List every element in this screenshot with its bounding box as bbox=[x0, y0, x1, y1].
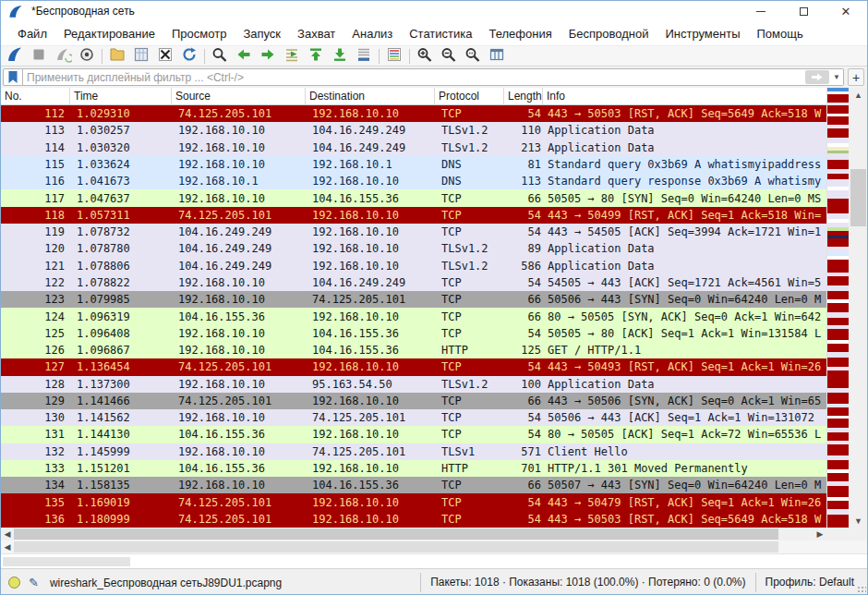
packet-time: 1.078780 bbox=[70, 242, 172, 255]
menu-edit[interactable]: Редактирование bbox=[55, 24, 163, 43]
go-to-packet-button[interactable] bbox=[280, 46, 304, 66]
packet-row-134[interactable]: 1341.158135192.168.10.10104.16.155.36TCP… bbox=[1, 477, 826, 493]
filter-bookmark-button[interactable] bbox=[3, 68, 23, 86]
horizontal-scrollbar[interactable]: ◀ ▶ bbox=[1, 528, 826, 540]
menu-capture[interactable]: Захват bbox=[289, 24, 344, 43]
toolbar-separator bbox=[409, 49, 410, 64]
packet-row-121[interactable]: 1211.078806104.16.249.249192.168.10.10TL… bbox=[1, 258, 826, 274]
scroll-left-arrow[interactable]: ◀ bbox=[1, 529, 14, 539]
display-filter-input[interactable] bbox=[23, 71, 805, 84]
packet-row-131[interactable]: 1311.144130104.16.155.36192.168.10.10TCP… bbox=[1, 426, 826, 443]
go-bottom-button[interactable] bbox=[328, 46, 352, 66]
packet-row-135[interactable]: 1351.16901974.125.205.101192.168.10.10TC… bbox=[1, 493, 826, 510]
packet-row-118[interactable]: 1181.05731174.125.205.101192.168.10.10TC… bbox=[1, 207, 826, 224]
packet-row-115[interactable]: 1151.033624192.168.10.10192.168.10.1DNS8… bbox=[1, 156, 826, 173]
menu-go[interactable]: Запуск bbox=[235, 24, 289, 43]
packet-destination: 104.16.155.36 bbox=[306, 344, 435, 357]
column-header-no[interactable]: No. bbox=[1, 88, 70, 104]
column-header-destination[interactable]: Destination bbox=[306, 88, 435, 104]
minimap-stripe bbox=[827, 432, 849, 441]
packet-row-113[interactable]: 1131.030257192.168.10.10104.16.249.249TL… bbox=[1, 122, 826, 139]
secondary-horizontal-scrollbar[interactable]: ◀ bbox=[1, 540, 867, 553]
menu-analyze[interactable]: Анализ bbox=[344, 24, 401, 43]
menu-file[interactable]: Файл bbox=[9, 24, 55, 43]
packet-row-125[interactable]: 1251.096408192.168.10.10104.16.155.36TCP… bbox=[1, 325, 826, 342]
reload-file-button[interactable] bbox=[177, 46, 201, 66]
profile-selector[interactable]: Профиль: Default bbox=[755, 573, 868, 591]
packet-minimap[interactable] bbox=[826, 88, 849, 528]
packet-row-129[interactable]: 1291.14146674.125.205.101192.168.10.10TC… bbox=[1, 393, 826, 409]
scroll-left-arrow-2[interactable]: ◀ bbox=[1, 542, 14, 552]
packet-row-127[interactable]: 1271.13645474.125.205.101192.168.10.10TC… bbox=[1, 358, 826, 375]
vertical-scrollbar-thumb[interactable] bbox=[850, 169, 866, 226]
filter-history-dropdown[interactable]: ▼ bbox=[830, 73, 843, 81]
save-file-button[interactable] bbox=[129, 46, 153, 66]
column-header-info[interactable]: Info bbox=[543, 88, 826, 104]
packet-row-126[interactable]: 1261.096867192.168.10.10104.16.155.36HTT… bbox=[1, 342, 826, 358]
packet-info: Application Data bbox=[543, 242, 826, 255]
menu-help[interactable]: Помощь bbox=[749, 24, 812, 43]
open-file-button[interactable] bbox=[105, 46, 129, 66]
colorize-button[interactable] bbox=[382, 46, 406, 66]
expert-info-icon[interactable] bbox=[8, 577, 20, 589]
menu-telephony[interactable]: Телефония bbox=[480, 24, 560, 43]
menu-tools[interactable]: Инструменты bbox=[657, 24, 748, 43]
minimap-stripe bbox=[827, 303, 849, 312]
secondary-scrollbar-thumb[interactable] bbox=[14, 541, 778, 552]
stop-capture-button[interactable] bbox=[27, 46, 51, 66]
close-button[interactable]: ✕ bbox=[825, 1, 867, 21]
menu-wireless[interactable]: Беспроводной bbox=[561, 24, 657, 43]
zoom-out-button[interactable] bbox=[437, 46, 461, 66]
restart-capture-button[interactable] bbox=[51, 46, 75, 66]
resize-grip[interactable] bbox=[857, 586, 866, 595]
minimap-stripe bbox=[827, 370, 849, 379]
scroll-right-arrow[interactable]: ▶ bbox=[814, 529, 826, 539]
maximize-button[interactable] bbox=[782, 1, 825, 21]
packet-protocol: TLSv1 bbox=[435, 445, 504, 458]
packet-row-116[interactable]: 1161.041673192.168.10.1192.168.10.10DNS1… bbox=[1, 173, 826, 189]
close-file-button[interactable] bbox=[153, 46, 177, 66]
horizontal-scrollbar-thumb[interactable] bbox=[14, 528, 778, 540]
packet-row-124[interactable]: 1241.096319104.16.155.36192.168.10.10TCP… bbox=[1, 308, 826, 324]
packet-row-136[interactable]: 1361.18099974.125.205.101192.168.10.10TC… bbox=[1, 511, 826, 528]
scroll-down-arrow[interactable]: ▼ bbox=[849, 514, 868, 528]
packet-row-112[interactable]: 1121.02931074.125.205.101192.168.10.10TC… bbox=[1, 105, 826, 122]
packet-row-128[interactable]: 1281.137300192.168.10.1095.163.54.50TLSv… bbox=[1, 376, 826, 393]
go-top-button[interactable] bbox=[304, 46, 328, 66]
vertical-scrollbar[interactable]: ▲ ▼ bbox=[849, 88, 868, 528]
packet-row-117[interactable]: 1171.047637192.168.10.10104.16.155.36TCP… bbox=[1, 189, 826, 206]
packet-no: 130 bbox=[1, 411, 70, 424]
auto-scroll-button[interactable] bbox=[352, 46, 376, 66]
capture-options-button[interactable] bbox=[75, 46, 99, 66]
apply-filter-button[interactable] bbox=[805, 70, 829, 84]
packet-protocol: TCP bbox=[435, 293, 504, 306]
zoom-in-button[interactable] bbox=[413, 46, 437, 66]
menu-view[interactable]: Просмотр bbox=[163, 24, 235, 43]
resize-columns-button[interactable] bbox=[485, 46, 509, 66]
packet-row-130[interactable]: 1301.141562192.168.10.1074.125.205.101TC… bbox=[1, 409, 826, 426]
capture-comment-icon[interactable]: ✎ bbox=[29, 576, 39, 589]
minimize-button[interactable] bbox=[740, 1, 782, 21]
go-forward-button[interactable] bbox=[256, 46, 280, 66]
packet-row-114[interactable]: 1141.030320192.168.10.10104.16.249.249TL… bbox=[1, 140, 826, 156]
scroll-up-arrow[interactable]: ▲ bbox=[849, 88, 868, 102]
packet-row-132[interactable]: 1321.145999192.168.10.1074.125.205.101TL… bbox=[1, 443, 826, 460]
column-header-protocol[interactable]: Protocol bbox=[435, 88, 504, 104]
start-capture-button[interactable] bbox=[3, 46, 27, 66]
find-packet-button[interactable] bbox=[208, 46, 232, 66]
zoom-original-button[interactable] bbox=[461, 46, 485, 66]
go-back-button[interactable] bbox=[232, 46, 256, 66]
packet-info: Application Data bbox=[543, 124, 826, 137]
add-filter-button[interactable]: + bbox=[848, 68, 864, 86]
packet-row-133[interactable]: 1331.151201104.16.155.36192.168.10.10HTT… bbox=[1, 460, 826, 477]
column-header-length[interactable]: Length bbox=[504, 88, 543, 104]
packet-protocol: TCP bbox=[435, 310, 504, 323]
column-header-time[interactable]: Time bbox=[70, 88, 172, 104]
packet-no: 134 bbox=[1, 479, 70, 492]
packet-row-123[interactable]: 1231.079985192.168.10.1074.125.205.101TC… bbox=[1, 291, 826, 308]
packet-row-119[interactable]: 1191.078732104.16.249.249192.168.10.10TC… bbox=[1, 224, 826, 240]
column-header-source[interactable]: Source bbox=[172, 88, 306, 104]
menu-statistics[interactable]: Статистика bbox=[401, 24, 480, 43]
packet-row-120[interactable]: 1201.078780104.16.249.249192.168.10.10TL… bbox=[1, 240, 826, 257]
packet-row-122[interactable]: 1221.078822192.168.10.10104.16.249.249TC… bbox=[1, 274, 826, 291]
